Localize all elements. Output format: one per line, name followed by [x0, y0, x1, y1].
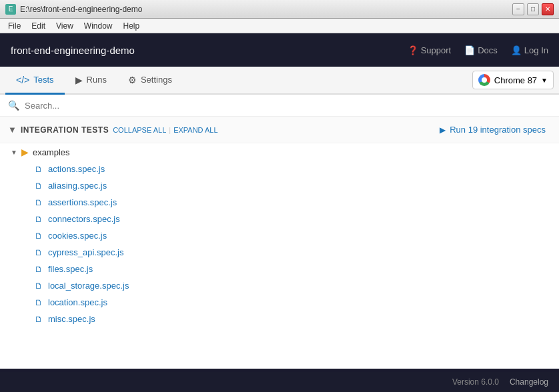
file-icon: 🗋 [35, 215, 43, 224]
examples-folder[interactable]: ▼ ▶ examples [0, 143, 559, 161]
file-name: actions.spec.js [48, 164, 105, 174]
list-item[interactable]: 🗋 connectors.spec.js [0, 211, 559, 227]
runs-icon: ▶ [75, 75, 83, 85]
file-name: files.spec.js [48, 264, 93, 274]
file-name: cypress_api.spec.js [48, 247, 123, 257]
section-collapse-arrow[interactable]: ▼ [8, 125, 17, 135]
action-separator: | [169, 126, 171, 134]
support-label: Support [421, 45, 452, 55]
title-bar-path: E:\res\front-end-engineering-demo [20, 5, 512, 14]
file-name: assertions.spec.js [48, 197, 117, 207]
search-icon: 🔍 [8, 100, 19, 111]
minimize-button[interactable]: − [512, 3, 524, 15]
tab-runs[interactable]: ▶ Runs [65, 67, 117, 95]
file-name: misc.spec.js [48, 314, 95, 324]
list-item[interactable]: 🗋 files.spec.js [0, 261, 559, 277]
file-icon: 🗋 [35, 298, 43, 307]
support-link[interactable]: ❓ Support [408, 45, 452, 55]
browser-selector[interactable]: Chrome 87 ▼ [472, 71, 554, 89]
list-item[interactable]: 🗋 aliasing.spec.js [0, 177, 559, 194]
file-icon: 🗋 [35, 165, 43, 174]
menu-edit[interactable]: Edit [26, 20, 51, 32]
login-label: Log In [524, 45, 548, 55]
collapse-all-button[interactable]: COLLAPSE ALL [113, 126, 166, 134]
file-name: aliasing.spec.js [48, 181, 107, 191]
file-icon: 🗋 [35, 231, 43, 241]
file-icon: 🗋 [35, 281, 43, 291]
list-item[interactable]: 🗋 cookies.spec.js [0, 227, 559, 244]
menu-bar: File Edit View Window Help [0, 19, 559, 33]
section-actions: COLLAPSE ALL | EXPAND ALL [113, 126, 217, 134]
app-icon: E [5, 4, 16, 15]
settings-icon: ⚙ [128, 75, 137, 85]
nav-tabs: </> Tests ▶ Runs ⚙ Settings [5, 67, 183, 93]
file-name: connectors.spec.js [48, 214, 120, 224]
tab-settings[interactable]: ⚙ Settings [117, 67, 183, 95]
app-header: front-end-engineering-demo ❓ Support 📄 D… [0, 33, 559, 67]
file-name: location.spec.js [48, 297, 107, 307]
list-item[interactable]: 🗋 local_storage.spec.js [0, 277, 559, 294]
footer: Version 6.0.0 Changelog [0, 372, 559, 392]
section-title: INTEGRATION TESTS [21, 125, 109, 135]
close-button[interactable]: ✕ [542, 3, 554, 15]
tab-runs-label: Runs [87, 75, 107, 85]
menu-window[interactable]: Window [79, 20, 118, 32]
title-bar: E E:\res\front-end-engineering-demo − □ … [0, 0, 559, 19]
folder-icon: ▶ [21, 147, 29, 157]
play-icon: ▶ [440, 125, 446, 135]
file-icon: 🗋 [35, 248, 43, 257]
expand-all-button[interactable]: EXPAND ALL [173, 126, 217, 134]
chevron-down-icon: ▼ [541, 77, 548, 84]
folder-arrow-icon: ▼ [11, 149, 17, 156]
changelog-link[interactable]: Changelog [510, 377, 548, 387]
list-item[interactable]: 🗋 cypress_api.spec.js [0, 244, 559, 261]
chrome-icon [478, 74, 490, 86]
list-item[interactable]: 🗋 assertions.spec.js [0, 194, 559, 211]
tests-icon: </> [16, 75, 29, 85]
folder-name: examples [33, 147, 70, 157]
nav-bar: </> Tests ▶ Runs ⚙ Settings Chrome 87 ▼ [0, 67, 559, 95]
file-name: local_storage.spec.js [48, 281, 129, 291]
tab-tests[interactable]: </> Tests [5, 67, 65, 95]
browser-label: Chrome 87 [494, 75, 537, 85]
file-icon: 🗋 [35, 265, 43, 274]
search-bar: 🔍 [0, 95, 559, 117]
file-icon: 🗋 [35, 181, 43, 191]
user-icon: 👤 [511, 45, 522, 55]
app-title: front-end-engineering-demo [11, 45, 135, 56]
docs-icon: 📄 [464, 45, 475, 55]
header-links: ❓ Support 📄 Docs 👤 Log In [408, 45, 548, 55]
login-link[interactable]: 👤 Log In [511, 45, 548, 55]
docs-label: Docs [478, 45, 498, 55]
list-item[interactable]: 🗋 actions.spec.js [0, 161, 559, 177]
main-content: ▼ INTEGRATION TESTS COLLAPSE ALL | EXPAN… [0, 117, 559, 369]
file-icon: 🗋 [35, 315, 43, 324]
search-input[interactable] [25, 101, 551, 111]
maximize-button[interactable]: □ [527, 3, 539, 15]
tab-settings-label: Settings [141, 75, 172, 85]
tab-tests-label: Tests [33, 75, 53, 85]
integration-tests-section-header: ▼ INTEGRATION TESTS COLLAPSE ALL | EXPAN… [0, 117, 559, 143]
run-button-label: Run 19 integration specs [450, 125, 546, 135]
window-controls: − □ ✕ [512, 3, 554, 15]
version-text: Version 6.0.0 [452, 377, 499, 387]
file-name: cookies.spec.js [48, 231, 107, 241]
menu-view[interactable]: View [51, 20, 79, 32]
file-tree: ▼ ▶ examples 🗋 actions.spec.js 🗋 aliasin… [0, 143, 559, 327]
list-item[interactable]: 🗋 misc.spec.js [0, 311, 559, 327]
menu-file[interactable]: File [3, 20, 26, 32]
support-icon: ❓ [408, 45, 418, 55]
run-integration-specs-button[interactable]: ▶ Run 19 integration specs [434, 122, 551, 137]
list-item[interactable]: 🗋 location.spec.js [0, 294, 559, 311]
docs-link[interactable]: 📄 Docs [464, 45, 498, 55]
menu-help[interactable]: Help [118, 20, 145, 32]
file-icon: 🗋 [35, 198, 43, 207]
